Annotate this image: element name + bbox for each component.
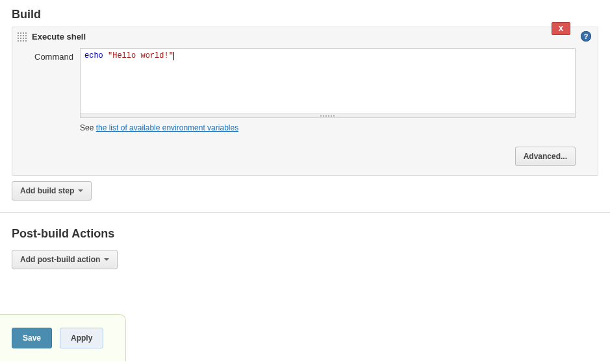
text-cursor-icon <box>173 52 174 60</box>
env-vars-link[interactable]: the list of available environment variab… <box>96 123 238 132</box>
command-label: Command <box>34 48 80 62</box>
drag-handle-icon[interactable] <box>16 31 27 42</box>
help-icon[interactable]: ? <box>581 31 591 42</box>
chevron-down-icon <box>104 258 109 261</box>
chevron-down-icon <box>78 189 83 192</box>
add-build-step-button[interactable]: Add build step <box>12 181 92 200</box>
save-bar: Save Apply <box>0 314 126 361</box>
build-section-title: Build <box>0 0 610 27</box>
command-hint: See the list of available environment va… <box>80 118 576 141</box>
apply-button[interactable]: Apply <box>60 328 103 348</box>
advanced-button[interactable]: Advanced... <box>515 147 576 166</box>
section-divider <box>0 212 610 213</box>
build-step-title: Execute shell <box>32 32 86 42</box>
add-postbuild-action-button[interactable]: Add post-build action <box>12 250 118 269</box>
execute-shell-block: X Execute shell ? Command echo "Hello wo… <box>12 27 598 176</box>
resize-handle-icon[interactable] <box>80 114 576 118</box>
postbuild-section-title: Post-build Actions <box>12 219 598 246</box>
save-button[interactable]: Save <box>12 328 52 348</box>
command-input[interactable]: echo "Hello world!" <box>80 48 576 114</box>
